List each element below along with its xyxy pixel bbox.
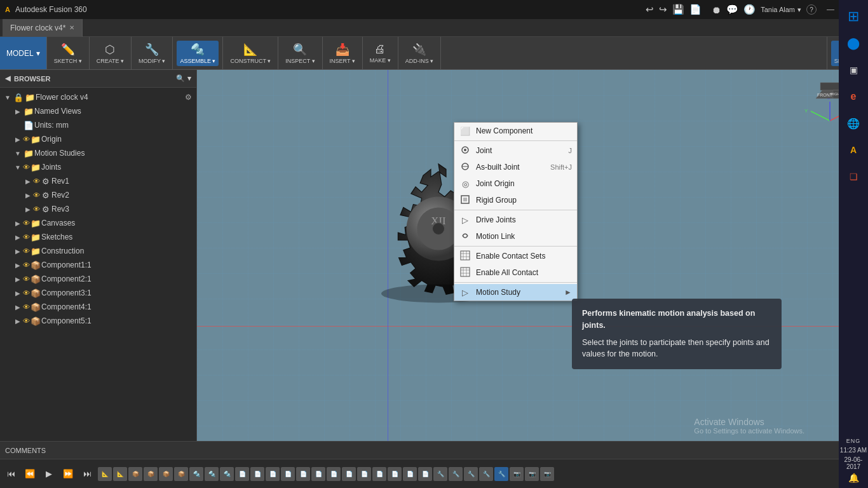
tl-icon-7[interactable]: 🔩	[205, 467, 219, 481]
tree-item-sketches[interactable]: ▶ 👁 📁 Sketches	[0, 230, 196, 244]
tl-icon-3[interactable]: 📦	[144, 467, 158, 481]
tree-item-component3[interactable]: ▶ 👁 📦 Component3:1	[0, 286, 196, 300]
tl-icon-6[interactable]: 🔩	[189, 467, 203, 481]
tree-item-component5[interactable]: ▶ 👁 📦 Component5:1	[0, 314, 196, 328]
assemble-btn[interactable]: 🔩 ASSEMBLE ▾	[177, 41, 219, 66]
menu-item-enable-contact-sets[interactable]: Enable Contact Sets	[454, 248, 577, 264]
notification-btn[interactable]: 🔔	[848, 473, 859, 483]
tl-icon-8[interactable]: 🔩	[220, 467, 234, 481]
tree-item-named-views[interactable]: ▶ 📁 Named Views	[0, 104, 196, 118]
menu-item-motion-study[interactable]: ▷ Motion Study ►	[454, 284, 577, 301]
make-btn[interactable]: 🖨 MAKE ▾	[367, 41, 394, 65]
tree-item-rev2[interactable]: ▶ 👁 ⚙ Rev2	[0, 188, 196, 202]
tl-icon-4[interactable]: 📦	[159, 467, 173, 481]
tl-icon-14[interactable]: 📄	[311, 467, 325, 481]
win-minimize[interactable]: —	[827, 5, 834, 14]
undo-icon[interactable]: ↩	[646, 4, 654, 15]
tl-icon-25[interactable]: 🔧	[479, 467, 493, 481]
tl-icon-1[interactable]: 📐	[113, 467, 127, 481]
timeline-play[interactable]: ▶	[41, 466, 57, 482]
timeline-rewind[interactable]: ⏮	[3, 466, 19, 482]
tree-item-origin[interactable]: ▶ 👁 📁 Origin	[0, 132, 196, 146]
tree-item-canvases[interactable]: ▶ 👁 📁 Canvases	[0, 216, 196, 230]
taskbar-bottom: ENG 11:23 AM 29-06-2017 🔔	[839, 438, 868, 483]
tree-item-construction[interactable]: ▶ 👁 📁 Construction	[0, 244, 196, 258]
timeline-end[interactable]: ⏭	[79, 466, 95, 482]
tl-icon-11[interactable]: 📄	[266, 467, 280, 481]
timeline-next[interactable]: ⏩	[60, 466, 76, 482]
menu-item-rigid-group[interactable]: Rigid Group	[454, 192, 577, 208]
tl-icon-12[interactable]: 📄	[281, 467, 295, 481]
tl-icon-21[interactable]: 📄	[418, 467, 432, 481]
browser-taskbar-btn[interactable]: e	[842, 85, 865, 108]
viewport[interactable]: XII ⬜ New Component Joint	[197, 70, 868, 441]
tl-icon-29[interactable]: 📷	[540, 467, 554, 481]
tl-icon-17[interactable]: 📄	[357, 467, 371, 481]
inspect-btn[interactable]: 🔍 INSPECT ▾	[282, 41, 318, 66]
model-button[interactable]: MODEL ▾	[0, 37, 46, 69]
help-btn[interactable]: ?	[806, 4, 817, 15]
tree-item-root[interactable]: ▼ 🔒 📁 Flower clock v4 ⚙	[0, 90, 196, 104]
record-icon[interactable]: ⏺	[712, 4, 721, 15]
tl-icon-0[interactable]: 📐	[98, 467, 112, 481]
another-btn[interactable]: ❏	[842, 165, 865, 188]
browser-search[interactable]: 🔍	[176, 74, 185, 83]
redo-icon[interactable]: ↪	[659, 4, 667, 15]
tl-icon-13[interactable]: 📄	[296, 467, 310, 481]
insert-btn[interactable]: 📥 INSERT ▾	[327, 41, 358, 66]
tab-close[interactable]: ✕	[69, 24, 74, 31]
tl-icon-15[interactable]: 📄	[327, 467, 341, 481]
comments-icon[interactable]: 💬	[726, 4, 738, 15]
tl-icon-22[interactable]: 🔧	[433, 467, 447, 481]
eye-icon-joints[interactable]: 👁	[23, 163, 30, 171]
menu-item-as-built-joint[interactable]: As-built Joint Shift+J	[454, 159, 577, 175]
create-btn[interactable]: ⬡ CREATE ▾	[93, 41, 127, 66]
tl-icon-23[interactable]: 🔧	[449, 467, 463, 481]
construct-btn[interactable]: 📐 CONSTRUCT ▾	[227, 41, 274, 66]
back-arrow[interactable]: ◀	[5, 74, 10, 83]
save-icon[interactable]: 💾	[672, 4, 684, 15]
tree-item-rev1[interactable]: ▶ 👁 ⚙ Rev1	[0, 174, 196, 188]
tree-item-component2[interactable]: ▶ 👁 📦 Component2:1	[0, 272, 196, 286]
tl-icon-20[interactable]: 📄	[403, 467, 417, 481]
menu-item-enable-all-contact[interactable]: Enable All Contact	[454, 264, 577, 281]
sketch-btn[interactable]: ✏️ SKETCH ▾	[51, 41, 85, 66]
history-icon[interactable]: 🕐	[743, 4, 756, 15]
menu-item-drive-joints[interactable]: ▷ Drive Joints	[454, 212, 577, 228]
cortana-btn[interactable]: ⬤	[842, 32, 865, 55]
menu-item-joint[interactable]: Joint J	[454, 142, 577, 159]
menu-item-new-component[interactable]: ⬜ New Component	[454, 123, 577, 139]
tree-item-joints[interactable]: ▼ 👁 📁 Joints	[0, 160, 196, 174]
tl-icon-2[interactable]: 📦	[128, 467, 142, 481]
addins-btn[interactable]: 🔌 ADD-INS ▾	[402, 41, 437, 66]
tl-icon-9[interactable]: 📄	[235, 467, 249, 481]
drive-joints-icon: ▷	[459, 215, 471, 225]
start-btn[interactable]: ⊞	[842, 5, 865, 28]
tl-icon-18[interactable]: 📄	[372, 467, 386, 481]
fusion-btn[interactable]: A	[842, 139, 865, 161]
tree-item-rev3[interactable]: ▶ 👁 ⚙ Rev3	[0, 202, 196, 216]
tree-item-units[interactable]: 📄 Units: mm	[0, 118, 196, 132]
tl-icon-27[interactable]: 📷	[510, 467, 524, 481]
eye-icon[interactable]: 👁	[23, 135, 30, 143]
active-tab[interactable]: Flower clock v4* ✕	[3, 19, 83, 37]
tl-icon-24[interactable]: 🔧	[464, 467, 478, 481]
modify-btn[interactable]: 🔧 MODIFY ▾	[135, 41, 168, 66]
task-view-btn[interactable]: ▣	[842, 58, 865, 81]
tree-item-component1[interactable]: ▶ 👁 📦 Component1:1	[0, 258, 196, 272]
user-menu[interactable]: Tania Alam ▾	[761, 6, 801, 14]
tl-icon-10[interactable]: 📄	[250, 467, 264, 481]
tl-icon-16[interactable]: 📄	[342, 467, 356, 481]
menu-item-joint-origin[interactable]: ◎ Joint Origin	[454, 175, 577, 192]
tl-icon-5[interactable]: 📦	[174, 467, 188, 481]
timeline-prev[interactable]: ⏪	[22, 466, 38, 482]
tree-item-component4[interactable]: ▶ 👁 📦 Component4:1	[0, 300, 196, 314]
new-icon[interactable]: 📄	[689, 4, 702, 15]
browser-settings[interactable]: ▾	[187, 74, 191, 83]
tl-icon-26[interactable]: 🔧	[494, 467, 508, 481]
tl-icon-19[interactable]: 📄	[388, 467, 402, 481]
chrome-btn[interactable]: 🌐	[842, 112, 865, 135]
tree-item-motion-studies[interactable]: ▼ 📁 Motion Studies	[0, 146, 196, 160]
menu-item-motion-link[interactable]: Motion Link	[454, 228, 577, 245]
tl-icon-28[interactable]: 📷	[525, 467, 539, 481]
